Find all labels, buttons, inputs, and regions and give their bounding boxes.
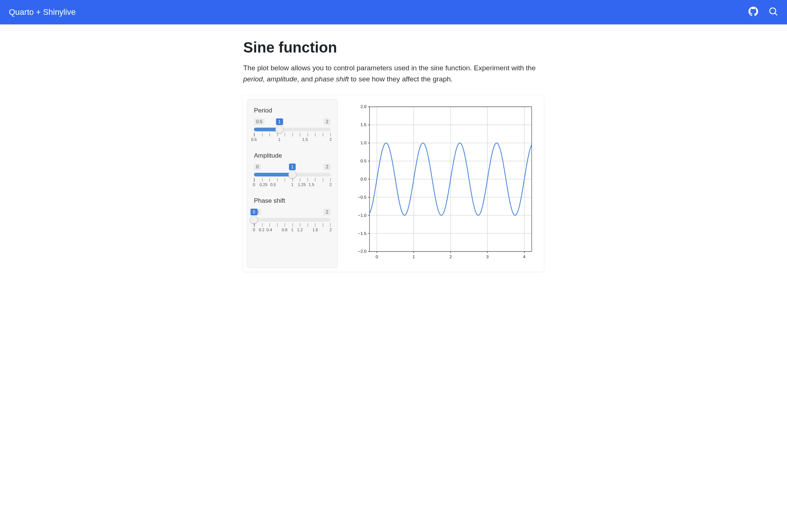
- svg-text:−0.5: −0.5: [358, 195, 367, 199]
- slider-track[interactable]: [254, 128, 331, 131]
- intro-text: The plot below allows you to control par…: [243, 63, 544, 85]
- app-header: Quarto + Shinylive: [0, 0, 787, 24]
- controls-sidebar: Period 0.5 1 2 0.511.52 Amplitude 0 1 2 …: [247, 99, 338, 268]
- slider-track[interactable]: [254, 218, 331, 222]
- slider-phase[interactable]: Phase shift 0 0 2 00.20.40.811.21.62: [254, 197, 331, 233]
- github-icon[interactable]: [749, 7, 758, 18]
- chart-area: −2.0−1.5−1.0−0.50.00.51.01.52.001234: [349, 95, 544, 272]
- svg-text:2: 2: [449, 254, 452, 259]
- svg-text:0: 0: [376, 254, 378, 259]
- slider-period[interactable]: Period 0.5 1 2 0.511.52: [254, 107, 331, 143]
- slider-max-badge: 2: [324, 118, 331, 125]
- svg-text:−2.0: −2.0: [358, 249, 367, 253]
- svg-text:0.5: 0.5: [361, 158, 367, 163]
- svg-text:1.0: 1.0: [361, 140, 367, 145]
- svg-text:−1.0: −1.0: [358, 212, 367, 217]
- slider-label: Amplitude: [254, 152, 331, 159]
- slider-thumb[interactable]: [288, 171, 297, 179]
- slider-min-badge: 0.5: [254, 118, 265, 125]
- slider-value-badge: 1: [289, 164, 296, 170]
- svg-text:4: 4: [523, 254, 526, 259]
- page-title: Sine function: [243, 39, 544, 56]
- svg-text:1.5: 1.5: [361, 122, 367, 127]
- slider-amplitude[interactable]: Amplitude 0 1 2 00.250.511.251.52: [254, 152, 331, 188]
- svg-text:2.0: 2.0: [361, 104, 367, 109]
- sine-plot: −2.0−1.5−1.0−0.50.00.51.01.52.001234: [349, 102, 536, 263]
- slider-thumb[interactable]: [250, 216, 258, 224]
- slider-label: Phase shift: [254, 197, 331, 205]
- svg-text:0.0: 0.0: [361, 176, 367, 181]
- slider-track[interactable]: [254, 173, 331, 176]
- main-container: Sine function The plot below allows you …: [234, 24, 553, 286]
- header-title: Quarto + Shinylive: [9, 7, 76, 17]
- slider-thumb[interactable]: [275, 125, 284, 134]
- slider-min-badge: 0: [254, 164, 261, 170]
- slider-value-badge: 1: [276, 118, 283, 125]
- header-icons: [749, 7, 778, 18]
- slider-label: Period: [254, 107, 331, 114]
- search-icon[interactable]: [768, 7, 778, 18]
- svg-text:−1.5: −1.5: [358, 230, 367, 235]
- svg-text:1: 1: [412, 254, 415, 259]
- slider-max-badge: 2: [324, 164, 331, 170]
- slider-value-badge: 0: [251, 209, 258, 215]
- app-card: Period 0.5 1 2 0.511.52 Amplitude 0 1 2 …: [243, 95, 544, 272]
- svg-text:3: 3: [486, 254, 489, 259]
- slider-max-badge: 2: [324, 209, 331, 215]
